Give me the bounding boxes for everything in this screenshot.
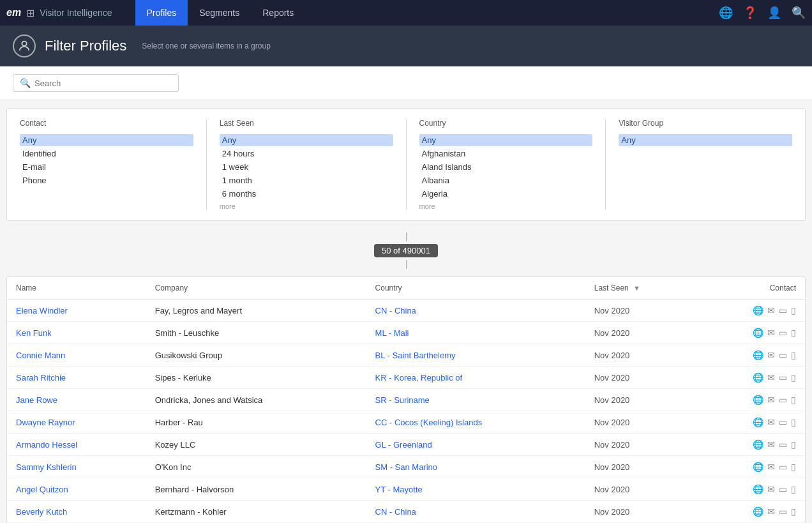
tablet-contact-icon[interactable]: ▭ xyxy=(779,506,787,517)
globe-contact-icon[interactable]: 🌐 xyxy=(753,462,763,472)
tab-reports[interactable]: Reports xyxy=(251,0,305,26)
filter-visitorgroup-any[interactable]: Any xyxy=(619,134,792,146)
filter-contact-any[interactable]: Any xyxy=(20,134,193,146)
table-row: Elena Windler Fay, Legros and Mayert CN … xyxy=(7,299,805,322)
help-icon[interactable]: ❓ xyxy=(743,6,757,20)
tablet-contact-icon[interactable]: ▭ xyxy=(779,439,787,450)
name-link[interactable]: Ken Funk xyxy=(16,328,52,338)
globe-contact-icon[interactable]: 🌐 xyxy=(753,506,763,517)
cell-contact: 🌐 ✉ ▭ ▯ xyxy=(698,389,805,411)
email-contact-icon[interactable]: ✉ xyxy=(767,417,775,427)
globe-contact-icon[interactable]: 🌐 xyxy=(753,350,763,360)
email-contact-icon[interactable]: ✉ xyxy=(767,305,775,315)
contact-icons: 🌐 ✉ ▭ ▯ xyxy=(707,462,796,472)
filter-country-algeria[interactable]: Algeria xyxy=(419,188,593,200)
globe-contact-icon[interactable]: 🌐 xyxy=(753,439,763,450)
phone-contact-icon[interactable]: ▯ xyxy=(791,395,796,405)
globe-contact-icon[interactable]: 🌐 xyxy=(753,484,763,494)
filter-visitor-group-title: Visitor Group xyxy=(619,119,792,128)
filter-contact-identified[interactable]: Identified xyxy=(20,148,193,160)
name-link[interactable]: Dwayne Raynor xyxy=(16,418,75,427)
search-nav-icon[interactable]: 🔍 xyxy=(792,6,806,20)
sort-arrow-icon: ▼ xyxy=(633,284,640,292)
globe-contact-icon[interactable]: 🌐 xyxy=(753,305,763,315)
email-contact-icon[interactable]: ✉ xyxy=(767,506,775,517)
phone-contact-icon[interactable]: ▯ xyxy=(791,484,796,494)
phone-contact-icon[interactable]: ▯ xyxy=(791,372,796,383)
cell-last-seen: Nov 2020 xyxy=(585,322,698,344)
phone-contact-icon[interactable]: ▯ xyxy=(791,350,796,360)
search-input[interactable] xyxy=(34,79,172,88)
cell-name: Dwayne Raynor xyxy=(7,411,146,434)
globe-contact-icon[interactable]: 🌐 xyxy=(753,328,763,338)
tablet-contact-icon[interactable]: ▭ xyxy=(779,484,787,494)
phone-contact-icon[interactable]: ▯ xyxy=(791,328,796,338)
col-last-seen[interactable]: Last Seen ▼ xyxy=(585,277,698,299)
tablet-contact-icon[interactable]: ▭ xyxy=(779,328,787,338)
tablet-contact-icon[interactable]: ▭ xyxy=(779,417,787,427)
tab-segments[interactable]: Segments xyxy=(188,0,251,26)
contact-icons: 🌐 ✉ ▭ ▯ xyxy=(707,484,796,494)
filter-country-aland[interactable]: Aland Islands xyxy=(419,161,593,173)
filter-country-any[interactable]: Any xyxy=(419,134,593,146)
filter-visitor-group: Visitor Group Any xyxy=(606,119,805,210)
profiles-table: Name Company Country Last Seen ▼ Contact… xyxy=(7,277,805,523)
name-link[interactable]: Angel Quitzon xyxy=(16,485,68,494)
cell-name: Angel Quitzon xyxy=(7,478,146,501)
filter-lastseen-24h[interactable]: 24 hours xyxy=(220,148,393,160)
email-contact-icon[interactable]: ✉ xyxy=(767,439,775,450)
phone-contact-icon[interactable]: ▯ xyxy=(791,506,796,517)
globe-contact-icon[interactable]: 🌐 xyxy=(753,395,763,405)
phone-contact-icon[interactable]: ▯ xyxy=(791,462,796,472)
tablet-contact-icon[interactable]: ▭ xyxy=(779,372,787,383)
tablet-contact-icon[interactable]: ▭ xyxy=(779,395,787,405)
results-count-area: 50 of 490001 xyxy=(0,229,812,277)
grid-icon[interactable]: ⊞ xyxy=(26,7,34,19)
email-contact-icon[interactable]: ✉ xyxy=(767,350,775,360)
filter-lastseen-1month[interactable]: 1 month xyxy=(220,174,393,186)
email-contact-icon[interactable]: ✉ xyxy=(767,328,775,338)
name-link[interactable]: Armando Hessel xyxy=(16,440,77,450)
cell-name: Sarah Ritchie xyxy=(7,367,146,389)
logo-text: em xyxy=(6,7,21,19)
filter-country-afghanistan[interactable]: Afghanistan xyxy=(419,148,593,160)
filter-contact-email[interactable]: E-mail xyxy=(20,161,193,173)
filter-lastseen-1week[interactable]: 1 week xyxy=(220,161,393,173)
filter-country-albania[interactable]: Albania xyxy=(419,174,593,186)
filter-lastseen-6months[interactable]: 6 months xyxy=(220,188,393,200)
phone-contact-icon[interactable]: ▯ xyxy=(791,305,796,315)
tablet-contact-icon[interactable]: ▭ xyxy=(779,350,787,360)
filter-country-more[interactable]: more xyxy=(419,202,593,210)
email-contact-icon[interactable]: ✉ xyxy=(767,395,775,405)
cell-country: CN - China xyxy=(366,501,585,523)
filter-lastseen-any[interactable]: Any xyxy=(220,134,393,146)
profile-filter-icon xyxy=(13,34,36,57)
contact-icons: 🌐 ✉ ▭ ▯ xyxy=(707,395,796,405)
filter-lastseen-more[interactable]: more xyxy=(220,202,393,210)
email-contact-icon[interactable]: ✉ xyxy=(767,372,775,383)
tablet-contact-icon[interactable]: ▭ xyxy=(779,462,787,472)
phone-contact-icon[interactable]: ▯ xyxy=(791,439,796,450)
user-icon[interactable]: 👤 xyxy=(767,6,781,20)
table-row: Dwayne Raynor Harber - Rau CC - Cocos (K… xyxy=(7,411,805,434)
globe-contact-icon[interactable]: 🌐 xyxy=(753,372,763,383)
globe-icon[interactable]: 🌐 xyxy=(719,6,733,20)
tab-profiles[interactable]: Profiles xyxy=(135,0,188,26)
cell-company: Smith - Leuschke xyxy=(146,322,366,344)
contact-icons: 🌐 ✉ ▭ ▯ xyxy=(707,305,796,315)
name-link[interactable]: Elena Windler xyxy=(16,306,68,315)
name-link[interactable]: Sammy Kshlerin xyxy=(16,462,77,472)
filter-panel: Contact Any Identified E-mail Phone Last… xyxy=(6,108,806,221)
filter-contact-phone[interactable]: Phone xyxy=(20,174,193,186)
phone-contact-icon[interactable]: ▯ xyxy=(791,417,796,427)
name-link[interactable]: Jane Rowe xyxy=(16,395,57,405)
cell-contact: 🌐 ✉ ▭ ▯ xyxy=(698,434,805,456)
email-contact-icon[interactable]: ✉ xyxy=(767,484,775,494)
name-link[interactable]: Beverly Kutch xyxy=(16,507,67,517)
name-link[interactable]: Sarah Ritchie xyxy=(16,373,66,383)
globe-contact-icon[interactable]: 🌐 xyxy=(753,417,763,427)
name-link[interactable]: Connie Mann xyxy=(16,351,65,360)
email-contact-icon[interactable]: ✉ xyxy=(767,462,775,472)
cell-contact: 🌐 ✉ ▭ ▯ xyxy=(698,322,805,344)
tablet-contact-icon[interactable]: ▭ xyxy=(779,305,787,315)
